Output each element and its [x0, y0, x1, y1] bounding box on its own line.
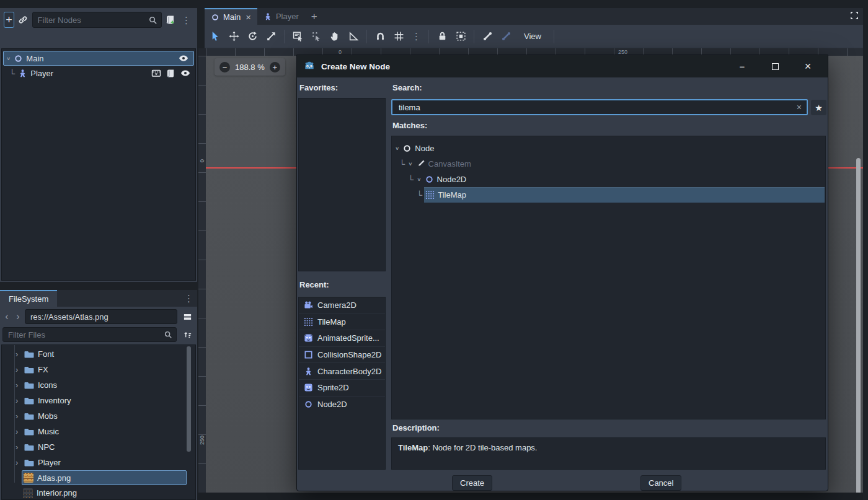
match-row-canvasitem[interactable]: └ ∨ CanvasItem — [392, 156, 825, 172]
filter-nodes-input[interactable] — [37, 15, 148, 25]
tab-filesystem[interactable]: FileSystem — [0, 290, 57, 307]
current-path[interactable]: res://Assets/Atlas.png — [25, 309, 177, 324]
chevron-right-icon[interactable]: › — [16, 380, 20, 390]
list-select-button[interactable] — [292, 31, 303, 42]
match-row-tilemap[interactable]: └ TileMap — [392, 187, 825, 203]
favorite-toggle-button[interactable]: ★ — [811, 100, 826, 115]
file-row-atlas[interactable]: Atlas.png — [22, 470, 187, 485]
zoom-value[interactable]: 188.8 % — [235, 63, 265, 72]
add-node-button[interactable]: + — [4, 12, 14, 28]
chevron-right-icon[interactable]: › — [16, 411, 20, 421]
close-button[interactable]: × — [794, 57, 822, 76]
folder-row[interactable]: › NPC — [2, 439, 195, 455]
viewport-scrollbar[interactable] — [856, 158, 861, 493]
filesystem-tree: › Font › FX › Icons › Inventory › — [1, 344, 196, 500]
expand-arrow-icon[interactable]: ∨ — [6, 56, 11, 61]
ruler-label: 0 — [199, 159, 205, 162]
rotate-tool-button[interactable] — [247, 31, 258, 42]
filesystem-menu-icon[interactable]: ⋮ — [184, 294, 197, 303]
file-row-interior[interactable]: Interior.png — [2, 485, 195, 500]
cancel-button[interactable]: Cancel — [640, 475, 681, 491]
visibility-eye-icon[interactable] — [180, 68, 190, 78]
chevron-right-icon[interactable]: › — [16, 396, 20, 405]
node-search-input[interactable] — [397, 102, 797, 113]
pixel-snap-button[interactable] — [311, 31, 322, 42]
attach-script-button[interactable] — [166, 12, 175, 28]
move-icon — [229, 31, 239, 42]
new-scene-tab-button[interactable]: + — [305, 8, 324, 25]
recent-item-animatedsprite[interactable]: AnimatedSprite... — [299, 330, 385, 347]
toggle-split-mode-button[interactable] — [180, 309, 195, 324]
recent-item-characterbody2d[interactable]: CharacterBody2D — [299, 363, 385, 380]
recent-item-node2d[interactable]: Node2D — [299, 397, 385, 413]
script-icon[interactable] — [166, 69, 175, 78]
expand-arrow-icon[interactable]: ∨ — [408, 161, 412, 167]
expand-arrow-icon[interactable]: ∨ — [395, 146, 399, 151]
chevron-right-icon[interactable]: › — [16, 442, 20, 452]
godot-editor: Scene Import ⋮ + ⋮ ∨ Main — [0, 0, 868, 500]
folder-label: Mobs — [38, 411, 58, 421]
expand-arrow-icon[interactable]: ∨ — [417, 177, 421, 182]
folder-row[interactable]: › Font — [2, 346, 195, 362]
scene-tree-row-player[interactable]: └ Player — [2, 66, 195, 81]
zoom-in-button[interactable]: + — [270, 62, 280, 72]
recent-item-sprite2d[interactable]: Sprite2D — [299, 380, 385, 397]
scene-tree-menu-icon[interactable]: ⋮ — [179, 15, 193, 25]
view-menu-button[interactable]: View — [519, 29, 546, 43]
chevron-right-icon[interactable]: › — [16, 365, 20, 374]
lock-selected-button[interactable] — [436, 31, 448, 42]
maximize-button[interactable] — [761, 57, 789, 76]
filter-files-input[interactable] — [7, 330, 164, 340]
recent-item-label: TileMap — [317, 317, 346, 327]
scene-tab-main[interactable]: Main × — [205, 8, 257, 25]
folder-row[interactable]: › Music — [2, 424, 195, 439]
move-tool-button[interactable] — [228, 31, 239, 42]
recent-item-camera2d[interactable]: Camera2D — [299, 297, 385, 314]
ruler-tool-button[interactable] — [348, 31, 359, 42]
visibility-eye-icon[interactable] — [179, 53, 188, 63]
grid-snap-button[interactable] — [393, 31, 404, 42]
snap-options-menu-icon[interactable]: ⋮ — [412, 32, 421, 41]
history-back-icon[interactable]: ‹ — [2, 311, 11, 322]
recent-item-collisionshape2d[interactable]: CollisionShape2D — [299, 347, 385, 364]
group-selected-button[interactable] — [455, 31, 466, 42]
match-row-node2d[interactable]: └ ∨ Node2D — [392, 172, 825, 187]
folder-row[interactable]: › Mobs — [2, 408, 195, 424]
image-thumbnail — [24, 473, 33, 483]
zoom-out-button[interactable]: − — [219, 62, 230, 72]
snap-toggle-button[interactable] — [374, 31, 386, 42]
chevron-right-icon[interactable]: › — [16, 427, 20, 436]
collision-shape-icon — [304, 350, 313, 359]
create-button[interactable]: Create — [452, 475, 492, 491]
select-tool-button[interactable] — [210, 31, 221, 42]
tree-connector: └ — [417, 190, 422, 200]
movie-clapper-icon[interactable] — [151, 68, 161, 78]
ruler-corner — [198, 48, 206, 56]
sort-files-button[interactable] — [180, 327, 195, 342]
clear-search-icon[interactable]: × — [797, 102, 802, 112]
scene-tree-row-main[interactable]: ∨ Main — [3, 51, 194, 66]
minimize-button[interactable]: − — [728, 57, 756, 76]
skeleton-options-button[interactable] — [500, 31, 512, 42]
scale-tool-button[interactable] — [265, 31, 277, 42]
instance-scene-button[interactable] — [18, 12, 28, 28]
skeleton-button[interactable] — [482, 31, 493, 42]
sprite-icon — [304, 383, 313, 392]
recent-item-tilemap[interactable]: TileMap — [299, 314, 385, 331]
folder-row[interactable]: › Player — [2, 455, 195, 470]
favorites-list[interactable] — [298, 98, 386, 271]
folder-row[interactable]: › Icons — [2, 377, 195, 393]
chevron-right-icon[interactable]: › — [16, 349, 20, 359]
history-forward-icon[interactable]: › — [14, 311, 22, 322]
chevron-right-icon[interactable]: › — [16, 458, 20, 467]
close-tab-icon[interactable]: × — [246, 12, 251, 22]
favorites-label: Favorites: — [299, 83, 338, 92]
filesystem-scrollbar[interactable] — [187, 346, 191, 452]
scene-tab-player[interactable]: Player — [257, 8, 305, 25]
folder-row[interactable]: › Inventory — [2, 393, 195, 408]
match-row-node[interactable]: ∨ Node — [392, 141, 825, 156]
pan-tool-button[interactable] — [329, 31, 340, 42]
folder-row[interactable]: › FX — [2, 362, 195, 377]
dialog-titlebar[interactable]: Create New Node − × — [297, 55, 828, 77]
folder-icon — [24, 396, 34, 406]
